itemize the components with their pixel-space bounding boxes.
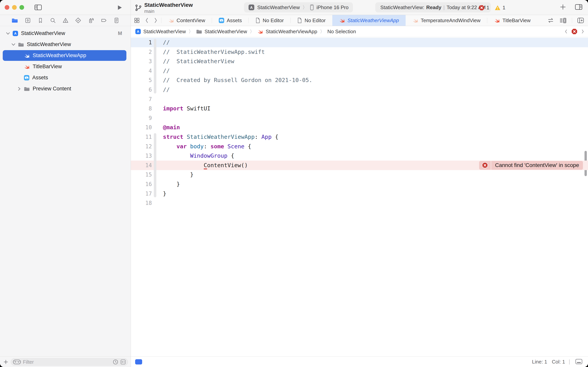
sidebar-toggle-icon[interactable] (34, 4, 42, 11)
code-line-14[interactable]: 14 ContentView()Cannot find 'ContentView… (131, 161, 588, 170)
tab-no-editor[interactable]: No Editor (249, 15, 290, 26)
code-line-8[interactable]: 8import SwiftUI (131, 104, 588, 113)
code-line-4[interactable]: 4// (131, 66, 588, 76)
breakpoints-navigator-icon[interactable] (101, 17, 107, 24)
plus-minus-icon[interactable] (120, 359, 126, 365)
sidebar-item-assets[interactable]: Assets (0, 72, 131, 83)
related-items-grid-icon[interactable] (134, 17, 140, 23)
line-number[interactable]: 16 (131, 179, 152, 189)
line-number[interactable]: 4 (131, 66, 152, 76)
disclosure-right-icon[interactable] (16, 87, 22, 91)
code-line-5[interactable]: 5// Created by Russell Gordon on 2021-10… (131, 75, 588, 85)
line-number[interactable]: 7 (131, 94, 152, 104)
tab-contentview[interactable]: ContentView (161, 15, 212, 26)
line-number[interactable]: 11 (131, 132, 152, 142)
project-navigator-icon[interactable] (11, 17, 18, 24)
disclosure-down-icon[interactable] (5, 32, 11, 35)
debug-navigator-icon[interactable] (88, 17, 94, 24)
sidebar-item-staticweatherview[interactable]: AStaticWeatherViewM (0, 28, 131, 39)
issue-error-octagon-icon[interactable] (571, 28, 578, 35)
tests-navigator-icon[interactable] (75, 17, 81, 24)
jumpbar-item-staticweatherview[interactable]: StaticWeatherView (196, 29, 247, 35)
code-line-1[interactable]: 1// (131, 38, 588, 47)
previous-issue-chevron-icon[interactable] (564, 29, 568, 34)
source-control-navigator-icon[interactable] (25, 17, 31, 24)
reports-navigator-icon[interactable] (114, 17, 119, 24)
line-number[interactable]: 17 (131, 189, 152, 199)
next-issue-chevron-icon[interactable] (581, 29, 585, 34)
run-button[interactable] (116, 4, 123, 11)
add-editor-icon[interactable] (577, 17, 584, 23)
code-line-17[interactable]: 17} (131, 189, 588, 199)
sidebar-item-preview-content[interactable]: Preview Content (0, 83, 131, 94)
tab-temperatureandwindview[interactable]: TemperatureAndWindView (406, 15, 487, 26)
forward-chevron-icon[interactable] (154, 17, 158, 24)
line-col-indicator[interactable]: Line: 1 Col: 1 (532, 359, 565, 365)
disclosure-down-icon[interactable] (10, 43, 16, 46)
code-line-16[interactable]: 16 } (131, 179, 588, 189)
code-line-11[interactable]: 11struct StaticWeatherViewApp: App { (131, 132, 588, 142)
filter-input[interactable] (23, 359, 111, 365)
code-line-9[interactable]: 9 (131, 113, 588, 123)
scheme-selector[interactable]: A StaticWeatherView 〉 iPhone 16 Pro (244, 2, 353, 12)
line-number[interactable]: 14 (131, 161, 152, 170)
line-number[interactable]: 3 (131, 57, 152, 66)
add-file-button[interactable] (3, 359, 8, 365)
jumpbar-item-no-selection[interactable]: No Selection (327, 29, 356, 35)
scheme-target-label: StaticWeatherView (257, 4, 300, 10)
error-octagon-icon (479, 162, 491, 168)
folder-icon (196, 29, 202, 34)
sidebar-editor-divider[interactable] (131, 0, 131, 367)
code-line-18[interactable]: 18 (131, 198, 588, 208)
issues-navigator-icon[interactable] (62, 17, 69, 24)
line-number[interactable]: 18 (131, 198, 152, 208)
tab-assets[interactable]: Assets (212, 15, 249, 26)
line-number[interactable]: 5 (131, 75, 152, 85)
right-panel-toggle-icon[interactable] (575, 3, 583, 10)
code-line-7[interactable]: 7 (131, 94, 588, 104)
inline-error-annotation[interactable]: Cannot find 'ContentView' in scope (479, 161, 583, 170)
line-number[interactable]: 6 (131, 85, 152, 94)
line-number[interactable]: 8 (131, 104, 152, 113)
code-line-15[interactable]: 15 } (131, 170, 588, 179)
line-number[interactable]: 13 (131, 151, 152, 161)
activity-status[interactable]: StaticWeatherView: Ready | Today at 9:22… (375, 2, 491, 12)
editor-mode-icon[interactable] (135, 359, 142, 365)
find-navigator-icon[interactable] (50, 17, 56, 24)
clock-icon[interactable] (113, 359, 118, 365)
swap-arrows-icon[interactable] (547, 17, 554, 23)
line-number[interactable]: 1 (131, 38, 152, 47)
filter-funnel-icon[interactable] (13, 359, 21, 365)
code-line-10[interactable]: 10@main (131, 123, 588, 132)
filter-field[interactable] (11, 358, 128, 366)
keyboard-icon[interactable] (575, 359, 583, 365)
line-number[interactable]: 15 (131, 170, 152, 179)
jumpbar-item-staticweatherviewapp[interactable]: StaticWeatherViewApp (257, 28, 317, 35)
code-line-2[interactable]: 2// StaticWeatherViewApp.swift (131, 47, 588, 57)
add-tab-button[interactable] (560, 4, 566, 10)
zoom-window-button[interactable] (19, 5, 24, 10)
line-number[interactable]: 12 (131, 142, 152, 151)
back-chevron-icon[interactable] (145, 17, 149, 24)
sidebar-item-staticweatherviewapp[interactable]: StaticWeatherViewApp (0, 50, 131, 61)
editor-options-icon[interactable] (559, 17, 567, 24)
jumpbar-item-staticweatherview[interactable]: AStaticWeatherView (135, 29, 186, 35)
line-number[interactable]: 10 (131, 123, 152, 132)
bookmarks-navigator-icon[interactable] (38, 17, 43, 24)
tab-no-editor[interactable]: No Editor (291, 15, 332, 26)
source-editor[interactable]: 1//2// StaticWeatherViewApp.swift3// Sta… (131, 37, 588, 356)
tab-staticweatherviewapp[interactable]: StaticWeatherViewApp (332, 15, 406, 26)
sidebar-item-titlebarview[interactable]: TitleBarView (0, 61, 131, 72)
code-line-3[interactable]: 3// StaticWeatherView (131, 57, 588, 66)
tab-titlebarview[interactable]: TitleBarView (487, 15, 537, 26)
line-number[interactable]: 9 (131, 113, 152, 123)
minimize-window-button[interactable] (12, 5, 17, 10)
code-line-13[interactable]: 13 WindowGroup { (131, 151, 588, 161)
close-window-button[interactable] (5, 5, 9, 10)
code-line-12[interactable]: 12 var body: some Scene { (131, 142, 588, 151)
navigator-sidebar: AStaticWeatherViewMStaticWeatherViewStat… (0, 15, 131, 367)
issue-badges[interactable]: 1 1 (479, 5, 505, 11)
sidebar-item-staticweatherview[interactable]: StaticWeatherView (0, 39, 131, 50)
line-number[interactable]: 2 (131, 47, 152, 57)
code-line-6[interactable]: 6// (131, 85, 588, 94)
